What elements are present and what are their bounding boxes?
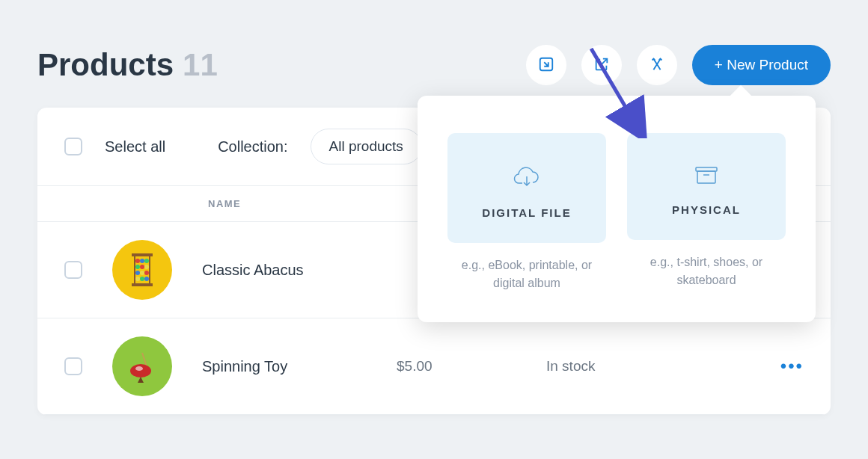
collection-filter-label: Collection: — [218, 138, 287, 155]
svg-rect-21 — [696, 167, 717, 171]
new-product-popover: DIGITAL FILE e.g., eBook, printable, or … — [418, 96, 816, 322]
svg-point-19 — [135, 366, 143, 371]
select-all-checkbox[interactable] — [64, 138, 82, 155]
collection-select[interactable]: All products — [311, 129, 422, 164]
product-name: Classic Abacus — [202, 262, 397, 279]
column-name-header: NAME — [208, 198, 241, 209]
svg-point-18 — [130, 364, 151, 378]
product-count: 11 — [183, 47, 218, 83]
product-thumbnail — [112, 240, 172, 300]
page-title: Products — [37, 47, 174, 83]
option-title: PHYSICAL — [627, 203, 786, 216]
svg-point-9 — [140, 265, 144, 269]
svg-point-16 — [144, 277, 149, 281]
product-stock: In stock — [546, 358, 696, 375]
row-checkbox[interactable] — [64, 357, 82, 375]
svg-rect-20 — [697, 171, 715, 183]
svg-point-12 — [140, 271, 144, 275]
export-icon — [593, 56, 610, 75]
svg-point-15 — [140, 277, 144, 281]
product-name: Spinning Toy — [202, 358, 397, 375]
shuffle-icon — [649, 56, 665, 75]
svg-point-5 — [135, 259, 140, 263]
digital-file-option[interactable]: DIGITAL FILE e.g., eBook, printable, or … — [447, 133, 606, 292]
physical-option[interactable]: PHYSICAL e.g., t-shirt, shoes, or skateb… — [627, 133, 786, 292]
row-checkbox[interactable] — [64, 261, 82, 279]
box-icon — [627, 166, 786, 185]
option-description: e.g., t-shirt, shoes, or skateboard — [627, 253, 786, 289]
shuffle-button[interactable] — [637, 45, 677, 85]
import-button[interactable] — [526, 45, 566, 85]
new-product-button[interactable]: + New Product — [692, 45, 831, 85]
select-all-label: Select all — [105, 138, 165, 155]
cloud-download-icon — [447, 166, 606, 188]
table-row[interactable]: Spinning Toy $5.00 In stock ••• — [37, 318, 831, 415]
svg-point-11 — [135, 271, 140, 275]
export-button[interactable] — [581, 45, 622, 85]
import-icon — [538, 56, 554, 75]
svg-point-10 — [144, 265, 149, 269]
product-price: $5.00 — [397, 358, 546, 375]
svg-point-14 — [135, 277, 140, 281]
option-title: DIGITAL FILE — [447, 206, 606, 219]
svg-point-8 — [135, 265, 140, 269]
svg-point-7 — [144, 259, 149, 263]
svg-point-13 — [144, 271, 149, 275]
option-description: e.g., eBook, printable, or digital album — [447, 256, 606, 292]
page-title-wrap: Products 11 — [37, 47, 218, 83]
row-actions-button[interactable]: ••• — [780, 356, 804, 377]
product-thumbnail — [112, 336, 172, 396]
svg-point-6 — [140, 259, 144, 263]
